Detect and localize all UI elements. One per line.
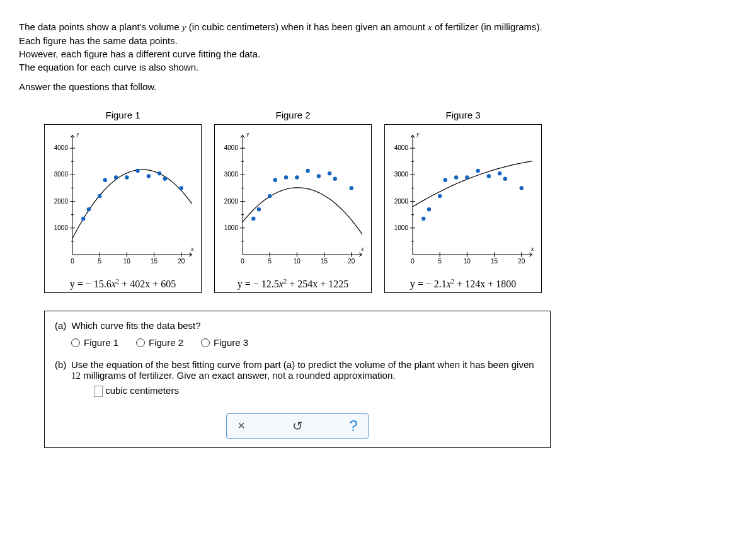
svg-point-105	[498, 171, 501, 175]
svg-text:3000: 3000	[224, 171, 239, 178]
radio-option-figure-3[interactable]: Figure 3	[201, 337, 248, 348]
intro-text: of fertilizer (in milligrams).	[432, 21, 542, 32]
figure-3: Figure 3 100020003000400005101520yxy = −…	[384, 110, 542, 293]
radio-icon	[201, 338, 210, 347]
svg-point-64	[273, 178, 277, 182]
radio-icon	[136, 338, 145, 347]
answer-line: cubic centimeters	[94, 385, 540, 397]
figure-box: 100020003000400005101520yxy = − 15.6x2 +…	[44, 124, 202, 293]
reset-icon: ↺	[292, 418, 303, 434]
svg-text:5: 5	[438, 258, 442, 265]
svg-text:0: 0	[71, 258, 74, 265]
svg-text:x: x	[190, 245, 194, 252]
figure-title: Figure 2	[214, 110, 372, 120]
svg-point-63	[268, 194, 272, 198]
svg-point-33	[158, 171, 161, 175]
svg-text:20: 20	[518, 258, 525, 265]
svg-text:4000: 4000	[54, 144, 69, 151]
action-toolbar: × ↺ ?	[226, 413, 369, 439]
svg-text:20: 20	[178, 258, 185, 265]
svg-text:2000: 2000	[54, 198, 69, 205]
q-a-options: Figure 1Figure 2Figure 3	[71, 337, 540, 349]
figure-2: Figure 2 100020003000400005101520yxy = −…	[214, 110, 372, 293]
svg-point-69	[328, 171, 331, 175]
svg-point-104	[487, 174, 491, 178]
svg-text:0: 0	[411, 258, 415, 265]
intro-text: (in cubic centimeters) when it has been …	[186, 21, 428, 32]
radio-label: Figure 2	[149, 337, 183, 348]
svg-text:2000: 2000	[224, 198, 239, 205]
svg-point-99	[438, 194, 442, 198]
q-b-text: milligrams of fertilizer. Give an exact …	[81, 370, 395, 381]
svg-point-98	[427, 207, 431, 211]
intro-text: Answer the questions that follow.	[19, 81, 737, 92]
svg-text:10: 10	[294, 258, 301, 265]
svg-point-66	[295, 175, 299, 179]
svg-text:1000: 1000	[394, 224, 409, 231]
q-b-label: (b)	[55, 359, 71, 381]
svg-point-31	[135, 169, 139, 173]
svg-text:0: 0	[241, 258, 244, 265]
svg-point-106	[503, 176, 507, 180]
figure-equation: y = − 15.6x2 + 402x + 605	[47, 277, 198, 290]
svg-text:5: 5	[268, 258, 272, 265]
chart-plot: 100020003000400005101520yx	[47, 129, 198, 273]
svg-text:1000: 1000	[224, 224, 239, 231]
chart-plot: 100020003000400005101520yx	[387, 129, 539, 273]
svg-point-62	[257, 207, 261, 211]
svg-text:x: x	[530, 245, 534, 252]
svg-point-27	[98, 194, 101, 198]
svg-point-97	[421, 217, 425, 221]
svg-point-34	[163, 176, 167, 180]
question-b: (b) Use the equation of the best fitting…	[55, 359, 540, 397]
close-button[interactable]: ×	[234, 419, 248, 433]
intro-text: However, each figure has a different cur…	[19, 49, 737, 59]
svg-point-35	[180, 186, 183, 190]
svg-point-26	[87, 207, 91, 211]
svg-text:1000: 1000	[54, 224, 69, 231]
svg-point-61	[251, 217, 255, 221]
figure-box: 100020003000400005101520yxy = − 2.1x2 + …	[384, 124, 542, 293]
svg-point-29	[114, 175, 118, 179]
reset-button[interactable]: ↺	[290, 419, 304, 433]
help-button[interactable]: ?	[346, 419, 360, 433]
intro-text: The data points show a plant's volume	[19, 21, 182, 32]
svg-text:20: 20	[348, 258, 355, 265]
questions-box: (a) Which curve fits the data best? Figu…	[44, 311, 551, 448]
svg-text:2000: 2000	[394, 198, 409, 205]
svg-text:10: 10	[464, 258, 471, 265]
answer-unit: cubic centimeters	[103, 385, 179, 396]
svg-point-70	[333, 176, 337, 180]
figure-equation: y = − 12.5x2 + 254x + 1225	[217, 277, 369, 290]
close-icon: ×	[238, 418, 245, 433]
figure-box: 100020003000400005101520yxy = − 12.5x2 +…	[214, 124, 372, 293]
q-b-text: Use the equation of the best fitting cur…	[71, 359, 534, 370]
problem-intro: The data points show a plant's volume y …	[19, 21, 737, 92]
svg-text:y: y	[76, 130, 79, 137]
svg-point-30	[125, 175, 129, 179]
svg-point-25	[81, 217, 85, 221]
svg-point-67	[306, 169, 309, 173]
svg-point-102	[465, 175, 469, 179]
radio-label: Figure 1	[84, 337, 118, 348]
answer-input[interactable]	[94, 386, 103, 397]
help-icon: ?	[349, 417, 357, 435]
svg-point-68	[317, 174, 321, 178]
radio-label: Figure 3	[214, 337, 248, 348]
svg-point-101	[454, 175, 458, 179]
svg-point-71	[350, 186, 353, 190]
figure-title: Figure 1	[44, 110, 202, 120]
svg-point-107	[520, 186, 524, 190]
radio-option-figure-1[interactable]: Figure 1	[71, 337, 118, 348]
svg-text:y: y	[416, 130, 420, 137]
q-b-num: 12	[71, 371, 81, 381]
figure-title: Figure 3	[384, 110, 542, 120]
svg-text:3000: 3000	[54, 171, 69, 178]
svg-point-103	[476, 169, 479, 173]
intro-text: The equation for each curve is also show…	[19, 62, 737, 72]
radio-icon	[71, 338, 80, 347]
svg-point-28	[103, 178, 107, 182]
q-a-text: Which curve fits the data best?	[72, 320, 201, 331]
radio-option-figure-2[interactable]: Figure 2	[136, 337, 183, 348]
q-a-label: (a)	[55, 320, 66, 331]
